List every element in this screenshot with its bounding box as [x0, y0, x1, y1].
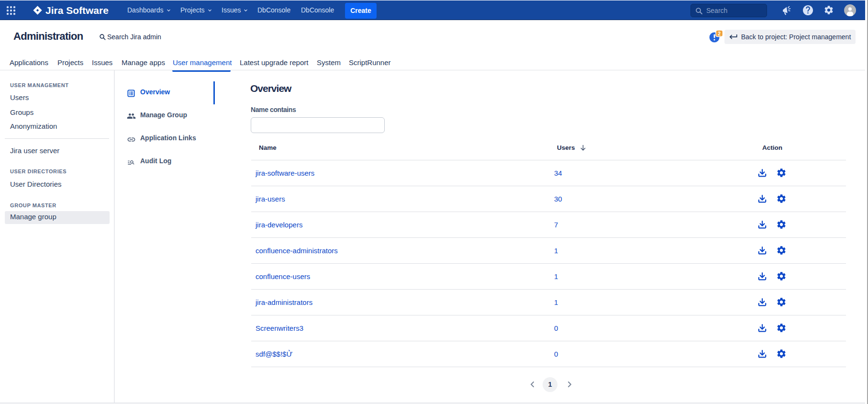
- svg-text:2: 2: [718, 31, 721, 36]
